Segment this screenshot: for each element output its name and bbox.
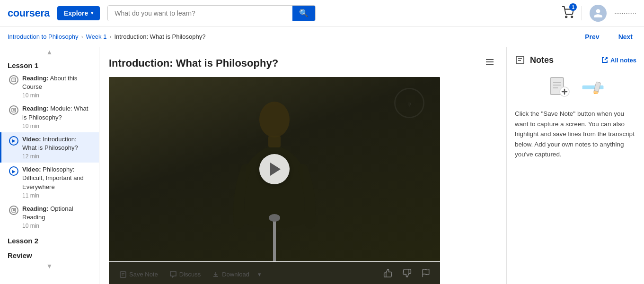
notes-description: Click the "Save Note" button when you wa… (515, 109, 636, 160)
sidebar-item-label-1: Reading: About this Course (22, 74, 91, 91)
list-icon (485, 57, 495, 67)
discuss-button[interactable]: Discuss (165, 268, 206, 281)
sidebar-item-label-2: Reading: Module: What is Philosophy? (22, 104, 91, 121)
header-divider (582, 6, 582, 20)
video-icon-1: ▶ (9, 136, 18, 146)
sidebar-scroll-top[interactable]: ▲ (0, 47, 99, 57)
logo-area: coursera (8, 7, 50, 19)
sidebar-item-duration-4: 11 min (22, 192, 91, 199)
notes-panel: Notes All notes (507, 47, 644, 284)
sidebar-item-reading-1[interactable]: Reading: About this Course 10 min (0, 71, 99, 102)
video-watermark: φ (393, 86, 426, 120)
sidebar-scroll-bottom[interactable]: ▼ (0, 261, 99, 271)
reading-icon-2 (9, 105, 18, 115)
avatar[interactable] (590, 5, 607, 22)
nav-buttons: Prev Next (581, 31, 636, 43)
thumbs-up-button[interactable] (379, 267, 397, 282)
flag-button[interactable] (417, 267, 434, 282)
svg-point-0 (565, 16, 567, 17)
video-toolbar: Save Note Discuss Download ▾ (109, 261, 440, 284)
svg-rect-24 (516, 56, 524, 64)
thumbs-down-button[interactable] (398, 267, 415, 282)
sidebar-item-text-5: Reading: Optional Reading 10 min (22, 205, 91, 229)
notes-header: Notes All notes (515, 55, 636, 65)
main-layout: ▲ Lesson 1 Reading: About this Course 10… (0, 47, 644, 284)
svg-point-16 (259, 102, 290, 138)
download-caret-button[interactable]: ▾ (256, 268, 263, 281)
sidebar-item-duration-2: 10 min (22, 123, 91, 129)
flag-icon (421, 268, 431, 278)
header-right: 1 ············ (562, 5, 636, 22)
sidebar-item-label-5: Reading: Optional Reading (22, 205, 91, 222)
sidebar-item-text-3: Video: Introduction: What is Philosophy?… (22, 135, 91, 160)
svg-text:φ: φ (407, 100, 411, 107)
svg-rect-20 (120, 272, 126, 277)
content-title: Introduction: What is Philosophy? (109, 57, 278, 69)
toolbar-right (379, 267, 434, 282)
download-label: Download (222, 271, 249, 278)
play-button[interactable] (259, 154, 290, 184)
play-triangle-icon (270, 163, 281, 176)
sidebar-item-duration-5: 10 min (22, 223, 91, 229)
next-button[interactable]: Next (615, 31, 636, 43)
cart-icon-wrap[interactable]: 1 (562, 6, 574, 20)
header: coursera Explore 🔍 1 ············ (0, 0, 644, 26)
pencil-icon-box (581, 75, 605, 99)
sidebar-item-reading-2[interactable]: Reading: Module: What is Philosophy? 10 … (0, 102, 99, 132)
svg-point-19 (269, 214, 280, 222)
save-note-icon (119, 271, 127, 278)
breadcrumb-bar: Introduction to Philosophy › Week 1 › In… (0, 26, 644, 47)
all-notes-label: All notes (610, 57, 636, 64)
breadcrumb-sep-2: › (109, 34, 111, 40)
search-bar: 🔍 (107, 5, 316, 21)
notes-panel-icon (515, 55, 525, 65)
svg-point-1 (571, 16, 573, 17)
save-note-label: Save Note (129, 271, 158, 278)
sidebar-item-video-2[interactable]: ▶ Video: Philosophy: Difficult, Importan… (0, 163, 99, 202)
reading-icon-3 (9, 206, 18, 215)
content-area: Introduction: What is Philosophy? φ (99, 47, 507, 284)
coursera-logo[interactable]: coursera (8, 7, 50, 19)
thumbs-down-icon (402, 268, 412, 278)
lesson2-title: Lesson 2 (0, 232, 99, 247)
pencil-highlight-icon (582, 80, 604, 94)
sidebar-item-duration-1: 10 min (22, 92, 91, 99)
sidebar-item-text-1: Reading: About this Course 10 min (22, 74, 91, 99)
breadcrumb-week[interactable]: Week 1 (86, 33, 107, 40)
save-note-button[interactable]: Save Note (115, 268, 163, 281)
prev-button[interactable]: Prev (581, 31, 603, 43)
breadcrumb-sep-1: › (81, 34, 83, 40)
sidebar-item-video-1[interactable]: ▶ Video: Introduction: What is Philosoph… (0, 132, 99, 163)
reading-icon-1 (9, 75, 18, 85)
avatar-icon (593, 8, 603, 18)
sidebar: ▲ Lesson 1 Reading: About this Course 10… (0, 47, 99, 284)
content-header: Introduction: What is Philosophy? (109, 55, 497, 71)
discuss-label: Discuss (179, 271, 201, 278)
explore-button[interactable]: Explore (57, 6, 100, 20)
note-add-icon (547, 76, 570, 98)
search-input[interactable] (108, 6, 292, 21)
sidebar-item-label-4: Video: Philosophy: Difficult, Important … (22, 165, 91, 191)
all-notes-button[interactable]: All notes (601, 57, 636, 64)
breadcrumb-course[interactable]: Introduction to Philosophy (8, 33, 79, 40)
sidebar-item-label-3: Video: Introduction: What is Philosophy? (22, 135, 91, 152)
breadcrumb-current: Introduction: What is Philosophy? (114, 33, 205, 40)
download-button[interactable]: Download (207, 268, 254, 281)
video-container: φ (109, 77, 440, 284)
discuss-icon (169, 271, 177, 278)
svg-rect-35 (582, 86, 603, 89)
note-add-icon-box (547, 75, 571, 99)
notes-title: Notes (530, 55, 554, 65)
review-title: Review (0, 247, 99, 261)
toggle-sidebar-button[interactable] (483, 55, 497, 71)
sidebar-item-text-2: Reading: Module: What is Philosophy? 10 … (22, 104, 91, 129)
external-link-icon (601, 57, 608, 63)
search-button[interactable]: 🔍 (292, 6, 315, 21)
user-name[interactable]: ············ (614, 9, 636, 17)
notes-icons (515, 75, 636, 99)
sidebar-item-text-4: Video: Philosophy: Difficult, Important … (22, 165, 91, 199)
sidebar-item-reading-3[interactable]: Reading: Optional Reading 10 min (0, 202, 99, 232)
breadcrumb: Introduction to Philosophy › Week 1 › In… (8, 33, 205, 40)
video-icon-2: ▶ (9, 166, 18, 176)
video-frame[interactable]: φ (109, 77, 440, 261)
